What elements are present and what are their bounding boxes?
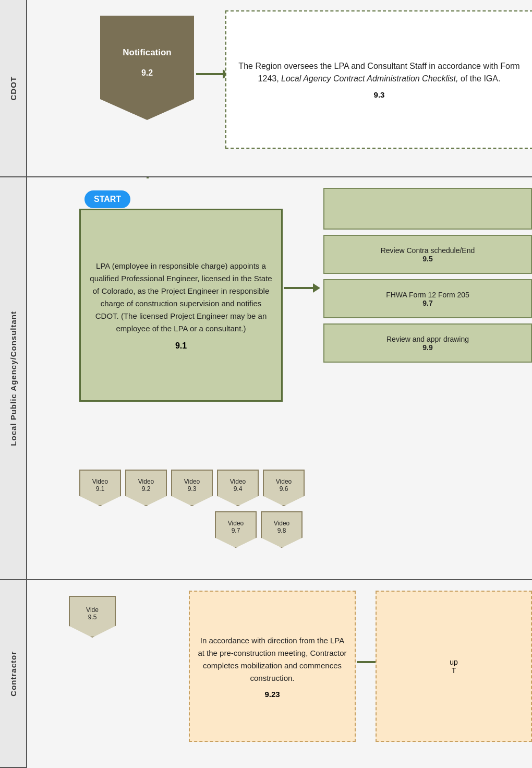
video-9-4-label: Video <box>230 478 246 485</box>
video-9-4-num: 9.4 <box>234 485 243 493</box>
contractor-video-label: Vide <box>86 606 99 614</box>
sidebar-lpa: Local Public Agency/Consultant <box>0 177 26 580</box>
arrow-lpa-to-right <box>284 287 315 289</box>
right-box-9-9-num: 9.9 <box>422 343 432 352</box>
notification-number: 9.2 <box>141 68 153 78</box>
video-9-7-label: Video <box>228 520 244 527</box>
sidebar-cdot: CDOT <box>0 0 26 177</box>
videos-row-2: Video 9.7 Video 9.8 <box>215 511 303 548</box>
contractor-label: Contractor <box>9 651 18 697</box>
arrow-up-to-cdot <box>147 177 149 178</box>
region-box: The Region oversees the LPA and Consulta… <box>225 10 532 149</box>
lpa-main-text: LPA (employee in responsible charge) app… <box>89 260 273 335</box>
video-9-2-label: Video <box>138 478 154 485</box>
contractor-right-partial-box: upT <box>376 591 532 742</box>
notification-box: Notification 9.2 <box>100 16 194 120</box>
video-9-7-num: 9.7 <box>232 527 240 534</box>
lpa-main-box: LPA (employee in responsible charge) app… <box>79 209 283 402</box>
right-box-9-5: Review Contra schedule/End9.5 <box>323 235 532 274</box>
region-box-italic: Local Agency Contract Administration Che… <box>281 74 458 83</box>
lpa-section: START LPA (employee in responsible charg… <box>27 177 532 580</box>
contractor-main-number: 9.23 <box>264 690 280 699</box>
lpa-label: Local Public Agency/Consultant <box>9 311 18 446</box>
region-box-number: 9.3 <box>374 90 385 99</box>
video-badge-9-6[interactable]: Video 9.6 <box>263 470 305 506</box>
video-badge-9-2[interactable]: Video 9.2 <box>125 470 167 506</box>
right-box-9-5-num: 9.5 <box>422 255 432 263</box>
right-box-9-9: Review and appr drawing9.9 <box>323 323 532 363</box>
video-9-6-label: Video <box>276 478 292 485</box>
cdot-label: CDOT <box>9 76 18 101</box>
video-badge-9-4[interactable]: Video 9.4 <box>217 470 259 506</box>
video-badge-9-1[interactable]: Video 9.1 <box>79 470 121 506</box>
video-9-2-num: 9.2 <box>142 485 151 493</box>
right-boxes: Review Contra schedule/End9.5 FHWA Form … <box>323 188 532 363</box>
right-box-9-7: FHWA Form 12 Form 2059.7 <box>323 279 532 318</box>
video-9-3-label: Video <box>184 478 200 485</box>
contractor-section: Vide 9.5 In accordance with direction fr… <box>27 580 532 768</box>
video-badge-9-3[interactable]: Video 9.3 <box>171 470 213 506</box>
main-container: CDOT Local Public Agency/Consultant Cont… <box>0 0 532 768</box>
notification-title: Notification <box>123 47 172 58</box>
arrow-notification-to-region <box>196 73 225 75</box>
video-badge-9-7[interactable]: Video 9.7 <box>215 511 257 548</box>
video-9-1-label: Video <box>92 478 108 485</box>
right-box-9-5-text: Review Contra schedule/End9.5 <box>381 246 475 263</box>
start-badge: START <box>84 190 130 208</box>
contractor-right-partial-text: upT <box>450 658 458 675</box>
video-9-1-num: 9.1 <box>96 485 105 493</box>
right-box-9-7-text: FHWA Form 12 Form 2059.7 <box>386 291 469 307</box>
video-9-8-num: 9.8 <box>277 527 286 534</box>
right-box-9-9-text: Review and appr drawing9.9 <box>386 335 469 352</box>
sidebar-contractor: Contractor <box>0 580 26 768</box>
video-9-8-label: Video <box>274 520 289 527</box>
right-box-top <box>323 188 532 230</box>
contractor-video-9-5[interactable]: Vide 9.5 <box>69 596 116 638</box>
videos-row-1: Video 9.1 Video 9.2 Video 9.3 Video 9.4 … <box>79 470 305 506</box>
right-box-9-7-num: 9.7 <box>422 299 432 307</box>
contractor-video-num: 9.5 <box>88 614 97 621</box>
video-9-3-num: 9.3 <box>188 485 197 493</box>
lpa-main-number: 9.1 <box>175 341 187 351</box>
video-9-6-num: 9.6 <box>280 485 288 493</box>
content-area: Notification 9.2 The Region oversees the… <box>27 0 532 768</box>
cdot-section: Notification 9.2 The Region oversees the… <box>27 0 532 177</box>
region-box-text: The Region oversees the LPA and Consulta… <box>234 60 524 85</box>
sidebar: CDOT Local Public Agency/Consultant Cont… <box>0 0 27 768</box>
contractor-main-box: In accordance with direction from the LP… <box>189 591 356 742</box>
contractor-main-text: In accordance with direction from the LP… <box>198 634 347 685</box>
video-badge-9-8[interactable]: Video 9.8 <box>261 511 303 548</box>
